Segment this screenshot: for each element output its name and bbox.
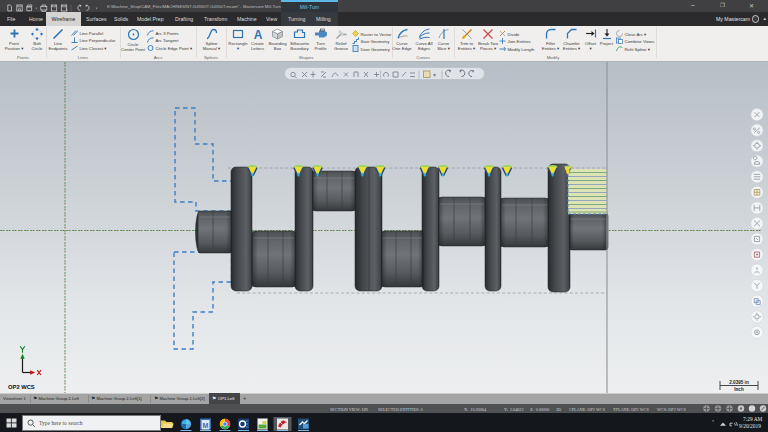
svg-text:▾: ▾ bbox=[433, 72, 436, 78]
svg-text:M: M bbox=[203, 421, 209, 428]
svg-text:A: A bbox=[253, 28, 262, 40]
svg-text:OP2 WCS: OP2 WCS bbox=[8, 384, 35, 390]
svg-text:2.0395 in: 2.0395 in bbox=[729, 380, 749, 385]
svg-text:Inch: Inch bbox=[734, 387, 744, 392]
